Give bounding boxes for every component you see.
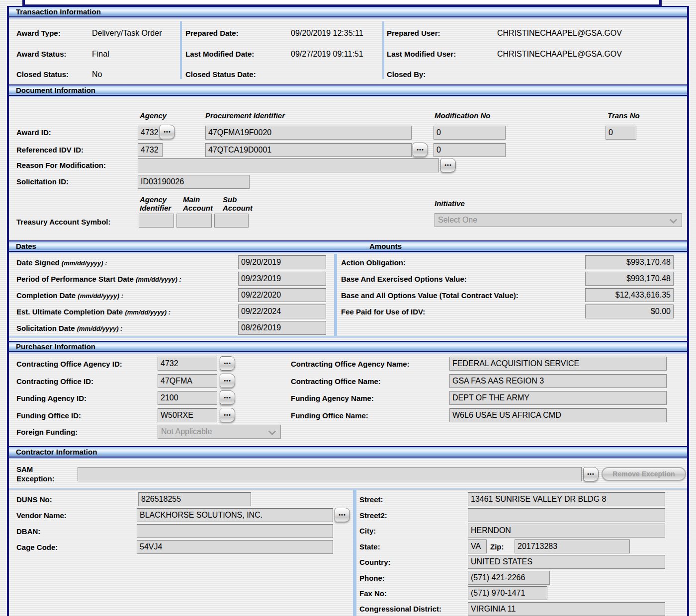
ellipsis-icon: •••: [224, 412, 231, 418]
funding-office-id-lookup-button[interactable]: •••: [220, 408, 235, 422]
column-divider: [334, 254, 337, 336]
funding-agency-name-input[interactable]: [449, 391, 667, 405]
ellipsis-icon: •••: [417, 147, 424, 153]
duns-no-input[interactable]: [138, 492, 251, 506]
award-form: Transaction Information Award Type: Deli…: [7, 6, 689, 616]
procurement-identifier-column-header: Procurement Identifier: [205, 111, 285, 120]
closed-by-label: Closed By:: [387, 70, 426, 79]
congressional-district-label: Congressional District:: [359, 604, 441, 614]
zip-input[interactable]: [515, 539, 630, 553]
referenced-idv-agency-input[interactable]: [138, 143, 163, 157]
solicitation-date-input[interactable]: [238, 321, 326, 335]
funding-agency-id-lookup-button[interactable]: •••: [220, 390, 235, 405]
action-obligation-label: Action Obligation:: [341, 258, 406, 267]
action-obligation-input[interactable]: [585, 255, 674, 269]
contracting-office-name-input[interactable]: [449, 374, 667, 388]
previous-section-bottom-edge: [22, 0, 662, 6]
initiative-select[interactable]: Select One: [435, 213, 682, 227]
vendor-name-label: Vendor Name:: [16, 511, 67, 520]
reason-for-modification-input[interactable]: [138, 158, 439, 172]
base-exercised-options-label: Base And Exercised Options Value:: [341, 274, 467, 284]
ellipsis-icon: •••: [339, 512, 346, 518]
base-exercised-options-input[interactable]: [585, 272, 674, 286]
tas-main-account-input[interactable]: [176, 214, 212, 228]
phone-input[interactable]: [468, 571, 550, 585]
award-id-agency-input[interactable]: [138, 126, 163, 140]
prepared-user-label: Prepared User:: [387, 28, 440, 38]
purchaser-information-header: Purchaser Information: [9, 341, 687, 352]
country-input[interactable]: [468, 555, 665, 569]
contracting-office-id-lookup-button[interactable]: •••: [220, 374, 235, 388]
congressional-district-input[interactable]: [468, 602, 665, 616]
remove-exception-button[interactable]: Remove Exception: [602, 467, 686, 481]
closed-status-value: No: [92, 70, 102, 79]
solicitation-id-input[interactable]: [138, 175, 250, 189]
dban-input[interactable]: [137, 524, 333, 538]
award-id-agency-lookup-button[interactable]: •••: [160, 125, 175, 139]
funding-agency-id-input[interactable]: [158, 391, 217, 405]
base-all-options-input[interactable]: [585, 288, 674, 302]
main-account-column-header: Main Account: [183, 195, 213, 212]
closed-status-date-label: Closed Status Date:: [185, 70, 256, 79]
reason-for-modification-label: Reason For Modification:: [16, 160, 106, 170]
foreign-funding-select[interactable]: Not Applicable: [158, 425, 281, 439]
dates-amounts-body: Date Signed (mm/dd/yyyy) : Period of Per…: [9, 254, 687, 336]
street2-input[interactable]: [468, 508, 665, 522]
tas-agency-identifier-input[interactable]: [139, 214, 174, 228]
reason-for-modification-lookup-button[interactable]: •••: [440, 158, 456, 172]
referenced-idv-modification-no-input[interactable]: [434, 143, 506, 157]
contracting-office-id-input[interactable]: [158, 374, 217, 388]
state-input[interactable]: [468, 539, 487, 553]
date-signed-label: Date Signed (mm/dd/yyyy) :: [16, 258, 107, 268]
duns-no-label: DUNS No:: [16, 495, 52, 504]
country-label: Country:: [359, 557, 391, 567]
fax-no-input[interactable]: [468, 586, 547, 600]
cage-code-input[interactable]: [137, 540, 333, 554]
purchaser-information-body: Contracting Office Agency ID: ••• Contra…: [9, 354, 687, 443]
ellipsis-icon: •••: [224, 378, 231, 384]
fee-paid-idv-label: Fee Paid for Use of IDV:: [341, 307, 425, 316]
funding-office-name-input[interactable]: [449, 408, 667, 422]
sam-exception-lookup-button[interactable]: •••: [583, 467, 599, 481]
section-title: Contractor Information: [16, 448, 97, 456]
funding-office-id-label: Funding Office ID:: [16, 411, 81, 420]
vendor-name-input[interactable]: [137, 508, 333, 522]
treasury-account-symbol-label: Treasury Account Symbol:: [16, 217, 111, 227]
contracting-office-id-label: Contracting Office ID:: [16, 377, 93, 386]
contracting-office-agency-id-input[interactable]: [158, 357, 217, 371]
funding-office-id-input[interactable]: [158, 408, 217, 422]
award-status-value: Final: [92, 49, 109, 59]
initiative-column-header: Initiative: [435, 199, 465, 208]
zip-label: Zip:: [490, 542, 504, 551]
sam-exception-input[interactable]: [78, 467, 582, 481]
referenced-idv-lookup-button[interactable]: •••: [413, 143, 428, 157]
prepared-user-value: CHRISTINECHAAPEL@GSA.GOV: [497, 28, 622, 38]
document-information-header: Document Information: [9, 84, 687, 96]
dates-section-title: Dates: [16, 242, 36, 250]
funding-office-name-label: Funding Office Name:: [291, 411, 368, 420]
tas-sub-account-input[interactable]: [214, 214, 249, 228]
column-divider: [353, 490, 356, 616]
award-id-procurement-input[interactable]: [205, 126, 412, 140]
referenced-idv-id-label: Referenced IDV ID:: [16, 145, 84, 154]
completion-date-input[interactable]: [238, 288, 326, 302]
referenced-idv-procurement-input[interactable]: [205, 143, 412, 157]
vendor-name-lookup-button[interactable]: •••: [335, 508, 350, 522]
contracting-office-agency-id-lookup-button[interactable]: •••: [220, 356, 235, 371]
ellipsis-icon: •••: [224, 360, 231, 366]
chevron-down-icon: [670, 216, 678, 224]
award-type-value: Delivery/Task Order: [92, 28, 162, 38]
last-modified-date-value: 09/27/2019 09:11:51: [291, 49, 363, 59]
street-input[interactable]: [468, 492, 665, 506]
city-input[interactable]: [468, 524, 665, 538]
contracting-office-agency-name-input[interactable]: [449, 357, 667, 371]
award-id-trans-no-input[interactable]: [606, 126, 636, 140]
fee-paid-idv-input[interactable]: [585, 305, 674, 318]
cage-code-label: Cage Code:: [16, 542, 58, 552]
award-id-modification-no-input[interactable]: [434, 126, 506, 140]
date-signed-input[interactable]: [238, 255, 326, 269]
est-ultimate-completion-date-input[interactable]: [238, 305, 326, 318]
pop-start-date-input[interactable]: [238, 272, 326, 286]
prepared-date-label: Prepared Date:: [185, 28, 239, 38]
contractor-information-body: SAM Exception: ••• Remove Exception DUNS…: [9, 460, 687, 616]
